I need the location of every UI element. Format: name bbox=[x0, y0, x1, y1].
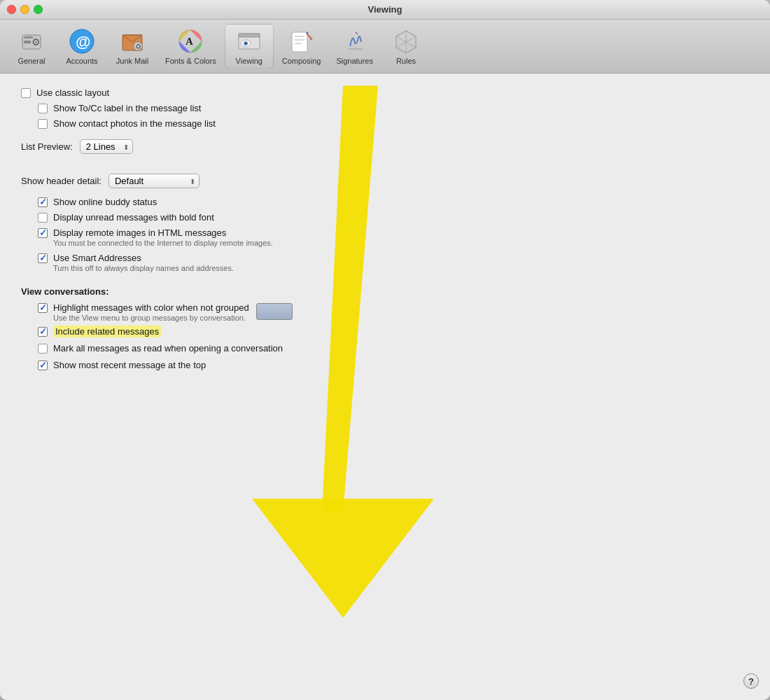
show-most-recent-row: Show most recent message at the top bbox=[38, 360, 749, 372]
show-tocc-checkbox[interactable] bbox=[38, 104, 48, 113]
show-most-recent-checkbox[interactable] bbox=[38, 360, 48, 370]
display-unread-bold-label: Display unread messages with bold font bbox=[53, 212, 214, 223]
display-remote-images-row: Display remote images in HTML messages Y… bbox=[38, 227, 749, 247]
toolbar-label-signatures: Signatures bbox=[336, 57, 373, 65]
show-online-buddy-label: Show online buddy status bbox=[53, 197, 157, 207]
show-contact-photos-row: Show contact photos in the message list bbox=[38, 118, 749, 131]
toolbar-item-general[interactable]: ⚙ General bbox=[7, 24, 56, 68]
highlight-messages-sublabel: Use the View menu to group messages by c… bbox=[53, 314, 249, 322]
view-conversations-section: View conversations: Highlight messages w… bbox=[21, 286, 749, 372]
header-detail-select[interactable]: Default None All bbox=[108, 174, 200, 188]
fonts-colors-icon: A bbox=[176, 27, 204, 55]
toolbar-item-accounts[interactable]: @ Accounts bbox=[57, 24, 106, 68]
classic-layout-checkbox[interactable] bbox=[21, 88, 31, 98]
junk-mail-icon: ♻ bbox=[118, 27, 146, 55]
show-most-recent-label: Show most recent message at the top bbox=[53, 360, 206, 370]
svg-marker-32 bbox=[252, 499, 434, 618]
help-button[interactable]: ? bbox=[743, 673, 759, 689]
view-conversations-header: View conversations: bbox=[21, 286, 749, 297]
show-online-buddy-checkbox[interactable] bbox=[38, 197, 48, 207]
svg-rect-14 bbox=[239, 34, 260, 37]
content-area: Use classic layout Show To/Cc label in t… bbox=[0, 74, 770, 700]
list-preview-row: List Preview: 2 Lines None 1 Line 3 Line… bbox=[21, 139, 749, 154]
general-icon: ⚙ bbox=[18, 27, 46, 55]
include-related-messages-label: Include related messages bbox=[53, 326, 161, 337]
toolbar-item-viewing[interactable]: Viewing bbox=[225, 24, 274, 69]
svg-line-23 bbox=[307, 32, 308, 34]
close-button[interactable] bbox=[7, 5, 16, 14]
toolbar-label-rules: Rules bbox=[396, 57, 416, 65]
use-smart-addresses-label: Use Smart Addresses bbox=[53, 253, 141, 263]
show-contact-photos-label: Show contact photos in the message list bbox=[53, 118, 216, 129]
toolbar-label-fonts-colors: Fonts & Colors bbox=[165, 57, 216, 65]
toolbar-item-rules[interactable]: Rules bbox=[382, 24, 430, 68]
mark-all-read-label: Mark all messages as read when opening a… bbox=[53, 343, 283, 354]
display-remote-images-checkbox[interactable] bbox=[38, 228, 48, 238]
color-swatch-button[interactable] bbox=[256, 303, 293, 320]
accounts-icon: @ bbox=[68, 27, 96, 55]
main-window: Viewing ⚙ General @ bbox=[0, 0, 770, 700]
titlebar: Viewing bbox=[0, 0, 770, 20]
svg-point-17 bbox=[244, 43, 246, 45]
list-preview-select[interactable]: 2 Lines None 1 Line 3 Lines 4 Lines 5 Li… bbox=[80, 139, 133, 154]
toolbar-item-fonts-colors[interactable]: A Fonts & Colors bbox=[158, 24, 223, 68]
include-related-messages-row: Include related messages bbox=[38, 326, 749, 339]
show-tocc-label: Show To/Cc label in the message list bbox=[53, 103, 201, 113]
display-remote-images-sublabel: You must be connected to the Internet to… bbox=[53, 239, 749, 247]
svg-text:A: A bbox=[186, 36, 193, 47]
include-related-messages-checkbox[interactable] bbox=[38, 327, 48, 337]
svg-text:♻: ♻ bbox=[135, 43, 141, 50]
highlight-messages-label: Highlight messages with color when not g… bbox=[53, 302, 249, 313]
mark-all-read-row: Mark all messages as read when opening a… bbox=[38, 343, 749, 356]
highlight-messages-row: Highlight messages with color when not g… bbox=[38, 302, 749, 322]
toolbar: ⚙ General @ Accounts ♻ bbox=[0, 20, 770, 74]
svg-text:⚙: ⚙ bbox=[31, 36, 41, 48]
show-contact-photos-checkbox[interactable] bbox=[38, 119, 48, 129]
header-detail-select-wrapper: Default None All bbox=[108, 174, 200, 188]
list-preview-select-wrapper: 2 Lines None 1 Line 3 Lines 4 Lines 5 Li… bbox=[80, 139, 133, 154]
window-title: Viewing bbox=[368, 4, 402, 15]
viewing-icon bbox=[235, 27, 263, 55]
classic-layout-label: Use classic layout bbox=[36, 88, 109, 98]
use-smart-addresses-row: Use Smart Addresses Turn this off to alw… bbox=[38, 253, 749, 272]
toolbar-label-junk-mail: Junk Mail bbox=[116, 57, 148, 65]
highlight-messages-checkbox[interactable] bbox=[38, 303, 48, 313]
mark-all-read-checkbox[interactable] bbox=[38, 344, 48, 354]
show-header-detail-row: Show header detail: Default None All bbox=[21, 174, 749, 188]
show-tocc-row: Show To/Cc label in the message list bbox=[38, 103, 749, 115]
list-preview-label: List Preview: bbox=[21, 141, 73, 152]
svg-rect-18 bbox=[292, 32, 307, 52]
toolbar-item-junk-mail[interactable]: ♻ Junk Mail bbox=[108, 24, 157, 68]
toolbar-item-signatures[interactable]: Signatures bbox=[329, 24, 380, 68]
composing-icon bbox=[288, 27, 316, 55]
titlebar-buttons bbox=[7, 5, 43, 14]
svg-line-26 bbox=[356, 32, 358, 34]
display-remote-images-label: Display remote images in HTML messages bbox=[53, 227, 226, 238]
show-online-buddy-row: Show online buddy status bbox=[38, 197, 749, 209]
show-header-detail-label: Show header detail: bbox=[21, 176, 102, 186]
toolbar-label-composing: Composing bbox=[282, 57, 321, 65]
use-smart-addresses-checkbox[interactable] bbox=[38, 253, 48, 263]
svg-text:@: @ bbox=[76, 33, 90, 50]
signatures-icon bbox=[341, 27, 369, 55]
use-smart-addresses-sublabel: Turn this off to always display names an… bbox=[53, 264, 749, 272]
maximize-button[interactable] bbox=[34, 5, 43, 14]
toolbar-item-composing[interactable]: Composing bbox=[275, 24, 328, 68]
svg-rect-1 bbox=[24, 41, 31, 43]
toolbar-label-general: General bbox=[18, 57, 45, 65]
toolbar-label-viewing: Viewing bbox=[236, 57, 262, 65]
minimize-button[interactable] bbox=[20, 5, 29, 14]
classic-layout-row: Use classic layout bbox=[21, 88, 749, 100]
display-unread-bold-row: Display unread messages with bold font bbox=[38, 212, 749, 225]
rules-icon bbox=[392, 27, 420, 55]
display-unread-bold-checkbox[interactable] bbox=[38, 213, 48, 223]
toolbar-label-accounts: Accounts bbox=[66, 57, 97, 65]
